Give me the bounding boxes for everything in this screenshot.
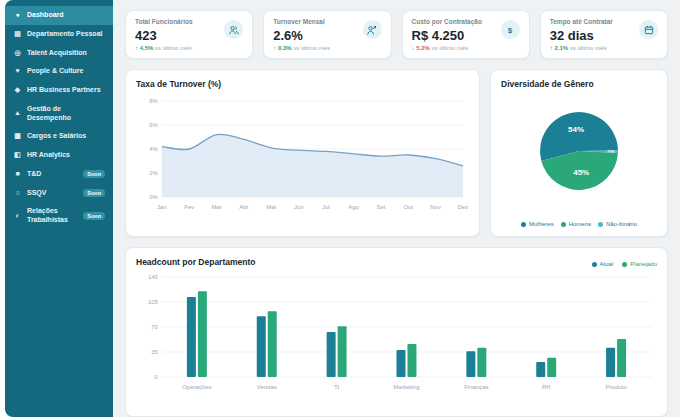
- sidebar-item-ssqv[interactable]: ○SSQVSoon: [5, 184, 113, 203]
- sidebar-item-hr-business-partners[interactable]: ◆HR Business Partners: [5, 81, 113, 100]
- legend-item-n-o-bin-rio: Não-binário: [598, 221, 637, 227]
- soon-badge: Soon: [83, 189, 105, 198]
- svg-text:Dez: Dez: [458, 204, 469, 210]
- kpi-value: 32 dias: [550, 28, 613, 43]
- bar-legend: AtualPlanejado: [592, 261, 657, 267]
- sidebar-item-talent-acquisition[interactable]: ◎Talent Acquisition: [5, 44, 113, 63]
- legend-dot: [521, 222, 526, 227]
- svg-text:TI: TI: [334, 384, 340, 390]
- kpi-title: Total Funcionários: [135, 18, 193, 25]
- turnover-chart-title: Taxa de Turnover (%): [136, 79, 469, 89]
- soon-badge: Soon: [83, 170, 105, 179]
- svg-text:Mar: Mar: [211, 204, 221, 210]
- svg-text:35: 35: [151, 349, 158, 355]
- delta-up-arrow: ↑ 2.1%: [550, 45, 568, 51]
- gender-diversity-card: Diversidade de Gênero 54%1%45% MulheresH…: [490, 69, 668, 237]
- relations-icon: ◐: [13, 212, 22, 221]
- svg-text:54%: 54%: [568, 125, 584, 134]
- svg-text:Set: Set: [376, 204, 385, 210]
- svg-text:Fev: Fev: [184, 204, 194, 210]
- sidebar-item-label: HR Business Partners: [27, 86, 105, 95]
- sidebar-item-people-culture[interactable]: ♥People & Culture: [5, 62, 113, 81]
- sidebar-item-label: Departamento Pessoal: [27, 30, 105, 39]
- sidebar-item-dashboard[interactable]: ●Dashboard: [5, 6, 113, 25]
- svg-text:Abr: Abr: [239, 204, 248, 210]
- legend-item-planejado: Planejado: [622, 261, 657, 267]
- legend-item-homens: Homens: [561, 221, 591, 227]
- kpi-delta: ↑ 0.3% vs último mês: [273, 45, 330, 51]
- svg-text:8%: 8%: [149, 98, 158, 104]
- turnover-area-chart: 0%2%4%6%8%JanFevMarAbrMaiJunJulAgoSetOut…: [136, 93, 469, 223]
- legend-dot: [598, 222, 603, 227]
- kpi-text: Custo por ContrataçãoR$ 4.250↓ 5.2% vs ú…: [412, 18, 482, 51]
- sidebar-item-label: Dashboard: [27, 11, 105, 20]
- gender-diversity-title: Diversidade de Gênero: [501, 79, 657, 89]
- kpi-text: Total Funcionários423↑ 4.5% vs último mê…: [135, 18, 193, 51]
- talent-icon: ◎: [13, 49, 22, 58]
- kpi-card-tempo-at-contratar: Tempo até Contratar32 dias↑ 2.1% vs últi…: [540, 10, 668, 59]
- svg-text:0: 0: [155, 374, 159, 380]
- people-icon: ▤: [13, 30, 22, 39]
- sidebar: ●Dashboard▤Departamento Pessoal◎Talent A…: [5, 0, 113, 417]
- svg-text:Produto: Produto: [606, 384, 628, 390]
- legend-dot: [561, 222, 566, 227]
- svg-text:Jun: Jun: [294, 204, 304, 210]
- partners-icon: ◆: [13, 86, 22, 95]
- sidebar-nav: ●Dashboard▤Departamento Pessoal◎Talent A…: [5, 6, 113, 230]
- svg-text:Jul: Jul: [322, 204, 330, 210]
- sidebar-item-departamento-pessoal[interactable]: ▤Departamento Pessoal: [5, 25, 113, 44]
- svg-text:70: 70: [151, 324, 158, 330]
- hr-dashboard-app: ●Dashboard▤Departamento Pessoal◎Talent A…: [5, 0, 680, 417]
- sidebar-item-label: T&D: [27, 170, 75, 179]
- headcount-title: Headcount por Departamento: [136, 257, 256, 267]
- headcount-header: Headcount por Departamento AtualPlanejad…: [136, 257, 657, 271]
- delta-down-arrow: ↓ 5.2%: [412, 45, 430, 51]
- kpi-title: Turnover Mensal: [273, 18, 330, 25]
- legend-item-atual: Atual: [592, 261, 614, 267]
- sidebar-item-cargos-e-sal-rios[interactable]: ▦Cargos e Salários: [5, 127, 113, 146]
- kpi-title: Custo por Contratação: [412, 18, 482, 25]
- user-trend-icon: [363, 20, 382, 39]
- delta-up-arrow: ↑ 0.3%: [273, 45, 291, 51]
- kpi-value: 423: [135, 28, 193, 43]
- legend-dot: [592, 262, 597, 267]
- culture-heart-icon: ♥: [13, 67, 22, 76]
- sidebar-item-t-d[interactable]: ■T&DSoon: [5, 165, 113, 184]
- svg-text:Marketing: Marketing: [393, 384, 419, 390]
- svg-text:4%: 4%: [149, 146, 158, 152]
- main-content: Total Funcionários423↑ 4.5% vs último mê…: [113, 0, 680, 417]
- svg-text:RH: RH: [542, 384, 551, 390]
- kpi-delta: ↓ 5.2% vs último mês: [412, 45, 482, 51]
- svg-text:Vendas: Vendas: [257, 384, 277, 390]
- kpi-card-turnover-mensal: Turnover Mensal2.6%↑ 0.3% vs último mês: [263, 10, 391, 59]
- kpi-value: 2.6%: [273, 28, 330, 43]
- svg-text:2%: 2%: [149, 170, 158, 176]
- legend-dot: [622, 262, 627, 267]
- sidebar-item-gest-o-de-desempenho[interactable]: ▲Gestão de Desempenho: [5, 100, 113, 128]
- sidebar-item-rela-es-trabalhistas[interactable]: ◐Relações TrabalhistasSoon: [5, 202, 113, 230]
- users-icon: [224, 20, 243, 39]
- svg-text:140: 140: [148, 274, 159, 280]
- gender-pie-chart: 54%1%45%: [501, 95, 657, 207]
- sidebar-item-label: People & Culture: [27, 67, 105, 76]
- delta-up-arrow: ↑ 4.5%: [135, 45, 153, 51]
- turnover-chart-card: Taxa de Turnover (%) 0%2%4%6%8%JanFevMar…: [125, 69, 480, 237]
- headcount-card: Headcount por Departamento AtualPlanejad…: [125, 247, 668, 417]
- performance-icon: ▲: [13, 109, 22, 118]
- kpi-card-total-funcion-rios: Total Funcionários423↑ 4.5% vs último mê…: [125, 10, 253, 59]
- svg-text:6%: 6%: [149, 122, 158, 128]
- sidebar-item-label: HR Analytics: [27, 151, 105, 160]
- kpi-card-custo-por-contrata-o: Custo por ContrataçãoR$ 4.250↓ 5.2% vs ú…: [402, 10, 530, 59]
- wellbeing-icon: ○: [13, 189, 22, 198]
- sidebar-item-hr-analytics[interactable]: ◧HR Analytics: [5, 146, 113, 165]
- sidebar-item-label: SSQV: [27, 189, 75, 198]
- analytics-icon: ◧: [13, 151, 22, 160]
- svg-text:0%: 0%: [149, 194, 158, 200]
- sidebar-item-label: Cargos e Salários: [27, 132, 105, 141]
- calendar-icon: [639, 20, 658, 39]
- svg-text:Out: Out: [403, 204, 413, 210]
- kpi-row: Total Funcionários423↑ 4.5% vs último mê…: [125, 10, 668, 59]
- sidebar-item-label: Talent Acquisition: [27, 49, 105, 58]
- sidebar-item-label: Relações Trabalhistas: [27, 207, 75, 225]
- headcount-bar-chart: 03570105140OperaçõesVendasTIMarketingFin…: [136, 271, 657, 403]
